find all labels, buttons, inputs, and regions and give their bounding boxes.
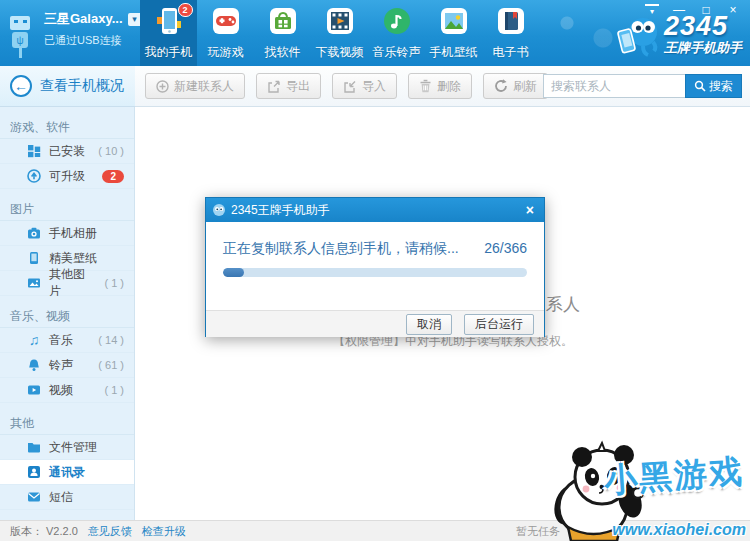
update-count-badge: 2 [178, 3, 193, 17]
nav-tab-video-download[interactable]: 下载视频 [311, 0, 368, 66]
progress-bar [223, 268, 527, 277]
bell-icon [27, 358, 41, 372]
sidebar-item-phone-album[interactable]: 手机相册 [0, 221, 134, 246]
progress-count: 26/366 [484, 240, 527, 256]
upgrade-arrow-icon [27, 169, 41, 183]
sidebar-item-label: 其他图片 [49, 266, 96, 300]
dialog-message: 正在复制联系人信息到手机，请稍候... [223, 240, 459, 258]
task-note: 暂无任务 [516, 524, 560, 539]
dialog-body: 正在复制联系人信息到手机，请稍候... 26/366 [206, 222, 544, 310]
sidebar-item-label: 铃声 [49, 357, 90, 374]
sidebar-section-music-video: 音乐、视频 [0, 296, 134, 328]
delete-label: 删除 [437, 78, 461, 95]
item-count: ( 61 ) [98, 359, 124, 371]
software-bag-icon [268, 5, 298, 37]
delete-button[interactable]: 删除 [408, 73, 472, 99]
nav-label: 找软件 [254, 44, 311, 61]
nav-label: 我的手机 [140, 44, 197, 61]
dialog-title-bar: 2345王牌手机助手 × [206, 198, 544, 222]
app-logo: 2345 王牌手机助手 [616, 12, 742, 58]
sidebar-item-label: 精美壁纸 [49, 250, 134, 267]
wallpaper-icon [439, 5, 469, 37]
trash-icon [419, 79, 432, 93]
new-contact-label: 新建联系人 [174, 78, 234, 95]
subheader: ← 查看手机概况 新建联系人 导出 [0, 66, 750, 107]
dialog-close-icon[interactable]: × [522, 202, 538, 218]
nav-tab-my-phone[interactable]: 2 我的手机 [140, 0, 197, 66]
sidebar-item-videos[interactable]: 视频 ( 1 ) [0, 378, 134, 403]
item-count: ( 10 ) [98, 145, 124, 157]
sidebar-section-other: 其他 [0, 403, 134, 435]
overview-label: 查看手机概况 [40, 77, 124, 95]
film-icon [325, 5, 355, 37]
new-contact-button[interactable]: 新建联系人 [145, 73, 245, 99]
refresh-icon [494, 79, 508, 93]
nav-tab-software[interactable]: 找软件 [254, 0, 311, 66]
export-label: 导出 [286, 78, 310, 95]
search-input[interactable] [543, 74, 685, 98]
device-connection-status: 已通过USB连接 [44, 33, 142, 48]
import-button[interactable]: 导入 [332, 73, 397, 99]
sidebar-item-contacts[interactable]: 通讯录 [0, 460, 134, 485]
sidebar-item-label: 已安装 [49, 143, 90, 160]
close-button[interactable]: × [726, 2, 740, 18]
sidebar-item-installed[interactable]: 已安装 ( 10 ) [0, 139, 134, 164]
sidebar-section-games-software: 游戏、软件 [0, 107, 134, 139]
plus-circle-icon [156, 80, 169, 93]
dialog-footer: 取消 后台运行 [206, 310, 544, 337]
nav-tab-ebook[interactable]: 电子书 [482, 0, 539, 66]
video-play-icon [27, 383, 41, 397]
item-count: ( 1 ) [104, 277, 124, 289]
usb-icon: ψ [6, 14, 36, 58]
maximize-button[interactable]: □ [699, 2, 713, 18]
sidebar-item-music[interactable]: ♫ 音乐 ( 14 ) [0, 328, 134, 353]
check-update-link[interactable]: 检查升级 [142, 524, 186, 539]
sidebar-item-file-manager[interactable]: 文件管理 [0, 435, 134, 460]
apps-grid-icon [27, 144, 41, 158]
sidebar-item-label: 通讯录 [49, 464, 134, 481]
sidebar: 游戏、软件 已安装 ( 10 ) 可升级 2 图片 [0, 107, 135, 520]
back-arrow-icon: ← [10, 75, 32, 97]
picture-icon [27, 276, 41, 290]
sidebar-item-other-pictures[interactable]: 其他图片 ( 1 ) [0, 271, 134, 296]
music-note-icon: ♫ [27, 333, 41, 347]
nav-tab-wallpaper[interactable]: 手机壁纸 [425, 0, 482, 66]
ebook-icon [496, 5, 526, 37]
sidebar-item-upgradable[interactable]: 可升级 2 [0, 164, 134, 189]
skin-menu-button[interactable]: ▾ [645, 4, 659, 18]
nav-tab-games[interactable]: 玩游戏 [197, 0, 254, 66]
nav-label: 玩游戏 [197, 44, 254, 61]
nav-label: 手机壁纸 [425, 44, 482, 61]
sidebar-item-label: 手机相册 [49, 225, 134, 242]
item-count: ( 14 ) [98, 334, 124, 346]
sidebar-section-pictures: 图片 [0, 189, 134, 221]
folder-icon [27, 440, 41, 454]
search-button[interactable]: 搜索 [685, 74, 742, 98]
search-button-label: 搜索 [709, 78, 733, 95]
contacts-toolbar: 新建联系人 导出 导入 [135, 66, 750, 107]
sidebar-item-sms[interactable]: 短信 [0, 485, 134, 510]
main-nav: 2 我的手机 玩游戏 [140, 0, 539, 66]
import-icon [343, 80, 357, 93]
nav-tab-music-ringtone[interactable]: 音乐铃声 [368, 0, 425, 66]
header: ψ 三星Galaxy... ▾ 已通过USB连接 [0, 0, 750, 66]
cancel-button[interactable]: 取消 [406, 314, 452, 335]
item-count: ( 1 ) [104, 384, 124, 396]
refresh-button[interactable]: 刷新 [483, 73, 548, 99]
minimize-button[interactable]: — [672, 2, 686, 18]
import-label: 导入 [362, 78, 386, 95]
export-button[interactable]: 导出 [256, 73, 321, 99]
feedback-link[interactable]: 意见反馈 [88, 524, 132, 539]
refresh-label: 刷新 [513, 78, 537, 95]
sidebar-item-label: 文件管理 [49, 439, 134, 456]
sidebar-item-ringtones[interactable]: 铃声 ( 61 ) [0, 353, 134, 378]
run-in-background-button[interactable]: 后台运行 [464, 314, 534, 335]
device-panel: ψ 三星Galaxy... ▾ 已通过USB连接 [6, 10, 136, 58]
envelope-icon [27, 490, 41, 504]
status-bar: 版本： V2.2.0 意见反馈 检查升级 暂无任务 [0, 520, 750, 541]
sidebar-item-label: 短信 [49, 489, 134, 506]
view-phone-overview-button[interactable]: ← 查看手机概况 [0, 66, 135, 107]
clipped-heading-text: 系人 [546, 293, 580, 316]
sidebar-item-label: 可升级 [49, 168, 94, 185]
octopus-mascot-icon [616, 12, 660, 58]
